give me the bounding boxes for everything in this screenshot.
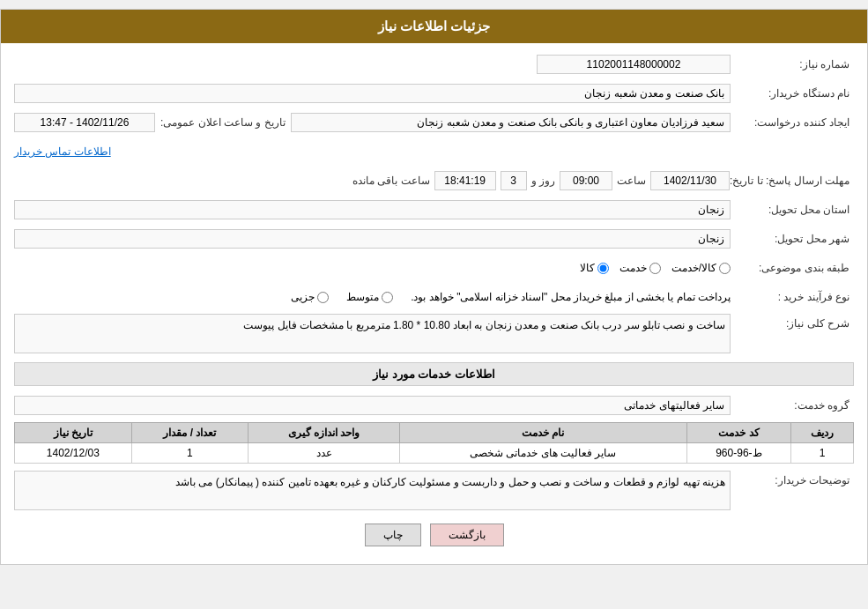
creator-value: سعید فرزادیان معاون اعتباری و بانکی بانک… [291,113,731,132]
buyer-org-row: نام دستگاه خریدار: بانک صنعت و معدن شعبه… [14,81,854,106]
province-row: استان محل تحویل: زنجان [14,197,854,222]
services-table: ردیف کد خدمت نام خدمت واحد اندازه گیری ت… [14,422,854,464]
process-radio-small[interactable]: جزیی [291,291,329,303]
creator-label: ایجاد کننده درخواست: [731,116,854,129]
buyer-org-label: نام دستگاه خریدار: [731,87,854,100]
deadline-remaining: 18:41:19 [434,171,496,190]
category-radio-khedmat[interactable]: خدمت [619,262,661,274]
province-label: استان محل تحویل: [731,204,854,216]
deadline-days-label: روز و [531,175,555,187]
buyer-desc-row: توضیحات خریدار: [14,471,854,510]
col-name: نام خدمت [400,423,687,443]
col-row: ردیف [791,423,854,443]
print-button[interactable]: چاپ [365,524,421,546]
service-group-label: گروه خدمت: [731,399,854,412]
deadline-label: مهلت ارسال پاسخ: تا تاریخ: [730,175,854,187]
service-group-row: گروه خدمت: سایر فعالیتهای خدماتی [14,393,854,418]
contact-link[interactable]: اطلاعات تماس خریدار [14,145,111,158]
deadline-time-label: ساعت [617,175,646,187]
need-number-label: شماره نیاز: [731,58,854,71]
service-group-value: سایر فعالیتهای خدماتی [14,396,731,415]
process-radio-medium[interactable]: متوسط [346,291,393,303]
services-section-title: اطلاعات خدمات مورد نیاز [14,362,854,386]
province-value: زنجان [14,200,731,219]
category-radio-kala-khedmat[interactable]: کالا/خدمت [671,262,731,274]
buyer-org-value: بانک صنعت و معدن شعبه زنجان [14,84,731,103]
deadline-date: 1402/11/30 [650,171,730,190]
col-code: کد خدمت [686,423,791,443]
announcement-creator-row: ایجاد کننده درخواست: سعید فرزادیان معاون… [14,110,854,135]
deadline-time: 09:00 [560,171,612,190]
contact-row: اطلاعات تماس خریدار [14,139,854,164]
process-row: نوع فرآیند خرید : پرداخت تمام یا بخشی از… [14,285,854,309]
description-row: شرح کلی نیاز: [14,314,854,353]
deadline-remaining-label: ساعت باقی مانده [352,175,430,187]
category-radio-kala[interactable]: کالا [580,262,609,274]
action-buttons: بازگشت چاپ [14,524,854,546]
table-row: 1ط-96-960سایر فعالیت های خدماتی شخصیعدد1… [15,443,854,464]
col-quantity: تعداد / مقدار [131,423,249,443]
category-label: طبقه بندی موضوعی: [731,262,854,274]
col-unit: واحد اندازه گیری [249,423,400,443]
process-note: پرداخت تمام یا بخشی از مبلغ خریداز محل "… [411,291,731,303]
city-row: شهر محل تحویل: زنجان [14,227,854,251]
city-label: شهر محل تحویل: [731,233,854,245]
announcement-value: 1402/11/26 - 13:47 [14,113,155,132]
deadline-days: 3 [501,171,527,190]
category-row: طبقه بندی موضوعی: کالا/خدمت خدمت کالا [14,256,854,280]
page-header: جزئیات اطلاعات نیاز [1,10,867,43]
page-title: جزئیات اطلاعات نیاز [378,19,490,33]
need-number-row: شماره نیاز: 1102001148000002 [14,52,854,77]
deadline-row: مهلت ارسال پاسخ: تا تاریخ: 1402/11/30 سا… [14,168,854,193]
announcement-label: تاریخ و ساعت اعلان عمومی: [160,116,286,129]
buyer-desc-label: توضیحات خریدار: [731,471,854,486]
col-date: تاریخ نیاز [15,423,132,443]
back-button[interactable]: بازگشت [430,524,504,546]
need-number-value: 1102001148000002 [537,55,731,74]
description-label: شرح کلی نیاز: [731,314,854,330]
city-value: زنجان [14,229,731,249]
description-value[interactable] [14,314,731,353]
process-label: نوع فرآیند خرید : [731,291,854,303]
buyer-desc-value[interactable] [14,471,731,510]
